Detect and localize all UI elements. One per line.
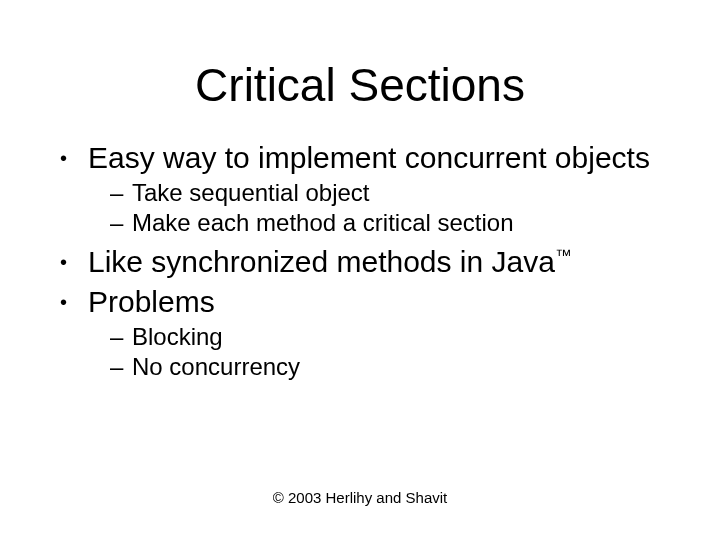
slide: Critical Sections Easy way to implement … bbox=[0, 0, 720, 540]
sub-bullet-item: Take sequential object bbox=[110, 178, 660, 208]
sub-bullet-item: Make each method a critical section bbox=[110, 208, 660, 238]
sub-bullet-text: Take sequential object bbox=[132, 179, 370, 206]
sub-bullet-text: Make each method a critical section bbox=[132, 209, 514, 236]
sub-bullet-text: No concurrency bbox=[132, 353, 300, 380]
bullet-item: Problems Blocking No concurrency bbox=[60, 284, 660, 382]
sub-bullet-text: Blocking bbox=[132, 323, 223, 350]
trademark-symbol: ™ bbox=[555, 246, 571, 264]
bullet-item: Easy way to implement concurrent objects… bbox=[60, 140, 660, 238]
bullet-text: Easy way to implement concurrent objects bbox=[88, 141, 650, 174]
bullet-list-level2: Take sequential object Make each method … bbox=[110, 178, 660, 238]
bullet-item: Like synchronized methods in Java™ bbox=[60, 244, 660, 280]
slide-title: Critical Sections bbox=[60, 0, 660, 140]
bullet-text: Problems bbox=[88, 285, 215, 318]
bullet-list-level1: Easy way to implement concurrent objects… bbox=[60, 140, 660, 382]
slide-footer: © 2003 Herlihy and Shavit bbox=[0, 489, 720, 506]
sub-bullet-item: No concurrency bbox=[110, 352, 660, 382]
bullet-list-level2: Blocking No concurrency bbox=[110, 322, 660, 382]
bullet-text: Like synchronized methods in Java bbox=[88, 245, 555, 278]
sub-bullet-item: Blocking bbox=[110, 322, 660, 352]
